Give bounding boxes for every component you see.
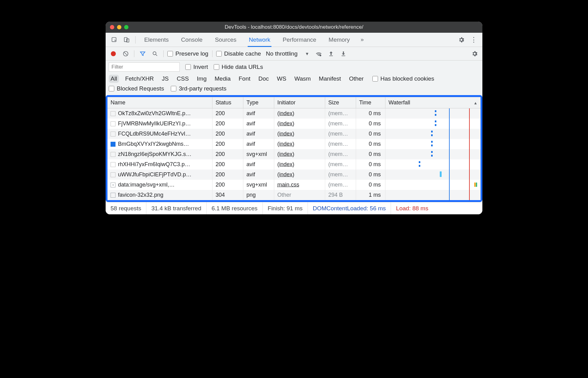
titlebar: DevTools - localhost:8080/docs/devtools/… (106, 22, 482, 33)
col-initiator[interactable]: Initiator (274, 97, 325, 108)
table-row[interactable]: uWWJfuFbpiClEFjPTdVD.p…200avif(index)(me… (107, 170, 481, 180)
third-party-input[interactable] (171, 86, 176, 91)
disable-cache-checkbox[interactable]: Disable cache (216, 50, 261, 57)
cell-time: 0 ms (356, 108, 385, 119)
search-icon[interactable] (150, 49, 160, 58)
close-button[interactable] (110, 25, 114, 29)
cell-initiator[interactable]: main.css (274, 180, 325, 190)
col-waterfall[interactable]: Waterfall ▲ (385, 97, 481, 108)
stat-transferred: 31.4 kB transferred (146, 202, 207, 214)
cell-initiator[interactable]: (index) (274, 170, 325, 180)
filter-css[interactable]: CSS (175, 75, 191, 83)
table-row[interactable]: ▾data:image/svg+xml,…200svg+xmlmain.css(… (107, 180, 481, 190)
separator (212, 50, 212, 57)
cell-initiator[interactable]: (index) (274, 139, 325, 149)
table-row[interactable]: favicon-32x32.png304pngOther294 B1 ms (107, 190, 481, 200)
cell-status: 200 (212, 159, 243, 170)
record-button[interactable] (109, 49, 118, 58)
cell-initiator[interactable]: (index) (274, 108, 325, 119)
preserve-log-input[interactable] (167, 51, 173, 57)
hide-data-urls-checkbox[interactable]: Hide data URLs (214, 64, 263, 70)
traffic-lights (110, 25, 128, 29)
tab-memory[interactable]: Memory (323, 33, 355, 47)
filter-other[interactable]: Other (347, 75, 366, 83)
col-status[interactable]: Status (212, 97, 243, 108)
upload-icon[interactable] (326, 49, 336, 58)
cell-initiator[interactable]: (index) (274, 129, 325, 139)
zoom-button[interactable] (124, 25, 128, 29)
disable-cache-input[interactable] (216, 51, 222, 57)
tab-sources[interactable]: Sources (209, 33, 242, 47)
cell-name: rhXHHi7yxFm6IqiwQ7C3.p… (107, 159, 212, 170)
table-row[interactable]: zN18ngzI6ejSpoKMYKJG.s…200svg+xml(index)… (107, 149, 481, 159)
filter-img[interactable]: Img (195, 75, 208, 83)
requests-table: Name Status Type Initiator Size Time Wat… (107, 97, 481, 200)
blocked-requests-checkbox[interactable]: Blocked Requests (109, 85, 164, 92)
invert-checkbox[interactable]: Invert (185, 64, 208, 70)
tab-network[interactable]: Network (243, 33, 276, 47)
cell-time: 1 ms (356, 190, 385, 200)
has-blocked-cookies-input[interactable] (372, 76, 378, 82)
minimize-button[interactable] (117, 25, 121, 29)
kebab-menu-icon[interactable]: ⋮ (468, 34, 479, 45)
requests-table-highlight: Name Status Type Initiator Size Time Wat… (106, 95, 482, 202)
filter-fetchxhr[interactable]: Fetch/XHR (123, 75, 156, 83)
cell-name: ▾data:image/svg+xml,… (107, 180, 212, 190)
panel-settings-icon[interactable] (470, 49, 479, 58)
cell-initiator[interactable]: (index) (274, 149, 325, 159)
invert-input[interactable] (185, 64, 191, 70)
tab-performance[interactable]: Performance (277, 33, 322, 47)
third-party-checkbox[interactable]: 3rd-party requests (171, 85, 226, 92)
throttling-select[interactable]: No throttling ▼ (264, 50, 311, 57)
table-row[interactable]: rhXHHi7yxFm6IqiwQ7C3.p…200avif(index)(me… (107, 159, 481, 170)
network-conditions-icon[interactable] (314, 49, 323, 58)
cell-name: BmGbqXVYxIY2kwgbNms… (107, 139, 212, 149)
cell-size: 294 B (325, 190, 356, 200)
tab-console[interactable]: Console (175, 33, 208, 47)
table-row[interactable]: BmGbqXVYxIY2kwgbNms…200avif(index)(mem…0… (107, 139, 481, 149)
blocked-requests-input[interactable] (109, 86, 114, 91)
clear-icon[interactable] (121, 49, 130, 58)
device-toggle-icon[interactable] (121, 34, 132, 45)
resource-name: OkTz8xZwi0zVh2GWltnE.p… (118, 110, 191, 117)
preserve-log-checkbox[interactable]: Preserve log (167, 50, 208, 57)
table-row[interactable]: FCQLdbRS9UMc4eFHzYvI…200avif(index)(mem…… (107, 129, 481, 139)
cell-initiator[interactable]: (index) (274, 159, 325, 170)
cell-type: avif (243, 119, 274, 129)
download-icon[interactable] (339, 49, 348, 58)
more-tabs-icon[interactable]: » (357, 34, 368, 45)
filter-manifest[interactable]: Manifest (317, 75, 343, 83)
resource-name: BmGbqXVYxIY2kwgbNms… (118, 141, 189, 147)
filter-all[interactable]: All (109, 75, 119, 83)
stat-resources: 6.1 MB resources (207, 202, 263, 214)
hide-data-urls-input[interactable] (214, 64, 219, 70)
tab-elements[interactable]: Elements (139, 33, 174, 47)
resource-name: FCQLdbRS9UMc4eFHzYvI… (118, 131, 191, 137)
filter-wasm[interactable]: Wasm (292, 75, 313, 83)
col-name[interactable]: Name (107, 97, 212, 108)
table-header: Name Status Type Initiator Size Time Wat… (107, 97, 481, 108)
table-row[interactable]: FjVMRBNwMyIlkUElRzYI.p…200avif(index)(me… (107, 119, 481, 129)
inspect-icon[interactable] (109, 34, 120, 45)
col-waterfall-label: Waterfall (388, 99, 410, 106)
col-time[interactable]: Time (356, 97, 385, 108)
col-size[interactable]: Size (325, 97, 356, 108)
filter-doc[interactable]: Doc (257, 75, 271, 83)
cell-waterfall (385, 149, 481, 159)
cell-initiator[interactable]: (index) (274, 119, 325, 129)
settings-icon[interactable] (456, 34, 467, 45)
filter-media[interactable]: Media (213, 75, 233, 83)
resource-icon (111, 193, 116, 198)
table-row[interactable]: OkTz8xZwi0zVh2GWltnE.p…200avif(index)(me… (107, 108, 481, 119)
filter-input[interactable] (109, 62, 180, 72)
has-blocked-cookies-checkbox[interactable]: Has blocked cookies (372, 75, 434, 82)
col-type[interactable]: Type (243, 97, 274, 108)
filter-font[interactable]: Font (237, 75, 252, 83)
filter-ws[interactable]: WS (275, 75, 288, 83)
resource-name: rhXHHi7yxFm6IqiwQ7C3.p… (118, 161, 190, 168)
separator (134, 50, 134, 57)
filter-js[interactable]: JS (160, 75, 170, 83)
hide-data-urls-label: Hide data URLs (222, 64, 263, 70)
cell-waterfall (385, 108, 481, 119)
filter-icon[interactable] (138, 49, 147, 58)
